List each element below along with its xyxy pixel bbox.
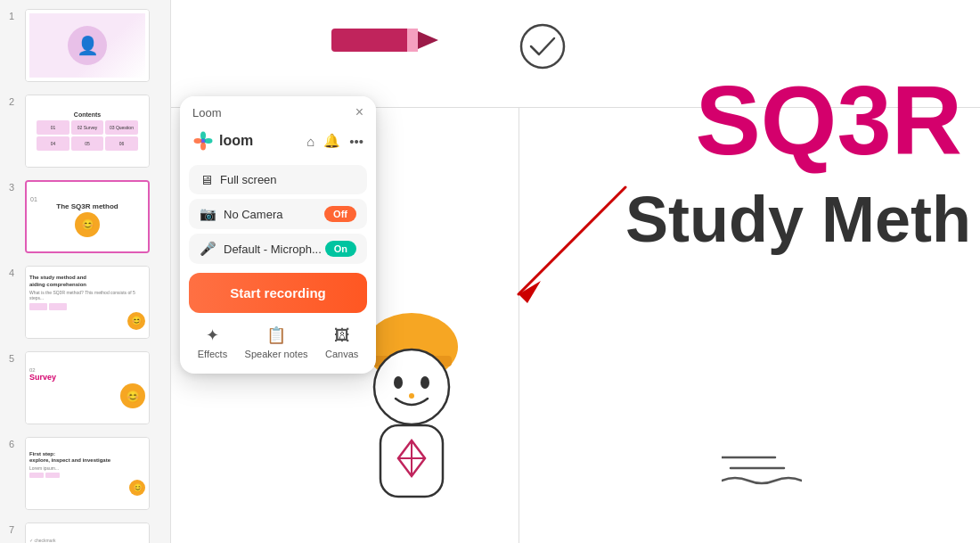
home-icon[interactable]: ⌂ bbox=[306, 134, 314, 149]
slide-line-v bbox=[519, 107, 519, 543]
slide-item-2[interactable]: 2 Contents 01 02 Survey 03 Question 04 0… bbox=[7, 91, 163, 171]
sq3r-heading: SQ3R bbox=[695, 71, 962, 169]
speaker-notes-label: Speaker notes bbox=[245, 349, 308, 359]
svg-point-8 bbox=[374, 350, 449, 424]
svg-point-19 bbox=[200, 132, 206, 140]
slide-thumb-1[interactable]: 👤 bbox=[25, 9, 150, 82]
check-circle-icon bbox=[519, 22, 563, 67]
slide-number-2: 2 bbox=[9, 96, 20, 107]
slide-item-5[interactable]: 5 02 Survey 😊 bbox=[7, 348, 163, 428]
slide-thumb-3[interactable]: 01 The SQ3R method 😊 bbox=[25, 180, 150, 253]
camera-toggle[interactable]: Off bbox=[324, 206, 356, 222]
study-method-text: Study Meth bbox=[625, 183, 971, 256]
slide-thumb-2[interactable]: Contents 01 02 Survey 03 Question 04 05 … bbox=[25, 95, 150, 168]
slide-item-7[interactable]: 7 ✓ checkmark 03 Question 😊 bbox=[7, 519, 163, 543]
slide-thumb-5[interactable]: 02 Survey 😊 bbox=[25, 351, 150, 424]
bell-icon[interactable]: 🔔 bbox=[323, 133, 340, 149]
popup-title: Loom bbox=[192, 106, 222, 119]
more-icon[interactable]: ••• bbox=[349, 134, 363, 149]
effects-tool[interactable]: ✦ Effects bbox=[198, 325, 227, 359]
loom-popup: Loom × loom ⌂ 🔔 bbox=[180, 96, 376, 374]
microphone-label: Default - Microph... bbox=[224, 243, 322, 256]
start-recording-button[interactable]: Start recording bbox=[189, 273, 367, 313]
pencil-icon bbox=[331, 18, 438, 66]
effects-label: Effects bbox=[198, 349, 227, 359]
canvas-icon: 🖼 bbox=[334, 326, 350, 345]
effects-icon: ✦ bbox=[206, 325, 219, 345]
slide-number-4: 4 bbox=[9, 267, 20, 278]
slide-item-6[interactable]: 6 First step:explore, inspect and invest… bbox=[7, 433, 163, 514]
slide-number-5: 5 bbox=[9, 353, 20, 364]
slide-thumb-7[interactable]: ✓ checkmark 03 Question 😊 bbox=[25, 522, 150, 543]
svg-point-10 bbox=[421, 376, 429, 389]
slide-item-4[interactable]: 4 The study method andaiding comprehensi… bbox=[7, 262, 163, 342]
svg-point-20 bbox=[200, 143, 206, 151]
microphone-icon: 🎤 bbox=[200, 241, 216, 257]
svg-point-11 bbox=[409, 393, 414, 399]
slide-number-1: 1 bbox=[9, 11, 20, 21]
no-camera-label: No Camera bbox=[224, 208, 282, 221]
monitor-icon: 🖥 bbox=[200, 172, 213, 187]
microphone-toggle[interactable]: On bbox=[325, 241, 356, 257]
slide-item-1[interactable]: 1 👤 bbox=[7, 5, 163, 86]
fullscreen-option-left: 🖥 Full screen bbox=[200, 172, 277, 187]
speaker-notes-icon: 📋 bbox=[266, 325, 286, 345]
microphone-option[interactable]: 🎤 Default - Microph... On bbox=[189, 234, 367, 264]
svg-point-3 bbox=[521, 25, 564, 68]
slide-panel: 1 👤 2 Contents 01 02 Survey 03 Question … bbox=[0, 0, 171, 543]
presentation-area: SQ3R Study Meth bbox=[171, 0, 980, 543]
loom-logo: loom bbox=[192, 130, 253, 152]
camera-off-icon: 📷 bbox=[200, 206, 216, 222]
svg-line-4 bbox=[519, 187, 625, 294]
slide-item-3[interactable]: 3 01 The SQ3R method 😊 bbox=[7, 177, 163, 257]
slide-number-7: 7 bbox=[9, 524, 20, 535]
canvas-label: Canvas bbox=[325, 349, 358, 359]
no-camera-option[interactable]: 📷 No Camera Off bbox=[189, 199, 367, 229]
slide-thumb-6[interactable]: First step:explore, inspect and investig… bbox=[25, 437, 150, 510]
slide-thumb-4[interactable]: The study method andaiding comprehension… bbox=[25, 266, 150, 339]
svg-rect-0 bbox=[331, 29, 412, 52]
loom-logo-text: loom bbox=[219, 133, 253, 149]
svg-point-22 bbox=[205, 138, 213, 144]
header-icons: ⌂ 🔔 ••• bbox=[306, 133, 363, 149]
canvas-tool[interactable]: 🖼 Canvas bbox=[325, 326, 358, 359]
decorative-lines bbox=[722, 450, 802, 490]
slide-number-6: 6 bbox=[9, 439, 20, 449]
slide-number-3: 3 bbox=[9, 182, 20, 193]
loom-header: loom ⌂ 🔔 ••• bbox=[180, 125, 376, 160]
popup-tools: ✦ Effects 📋 Speaker notes 🖼 Canvas bbox=[180, 313, 376, 359]
fullscreen-label: Full screen bbox=[220, 173, 277, 186]
svg-rect-2 bbox=[407, 29, 418, 52]
svg-point-9 bbox=[394, 376, 403, 389]
speaker-notes-tool[interactable]: 📋 Speaker notes bbox=[245, 325, 308, 359]
svg-point-21 bbox=[194, 138, 202, 144]
close-button[interactable]: × bbox=[355, 105, 363, 119]
loom-logo-icon bbox=[192, 130, 214, 152]
microphone-option-left: 🎤 Default - Microph... bbox=[200, 241, 322, 257]
popup-titlebar: Loom × bbox=[180, 96, 376, 125]
no-camera-option-left: 📷 No Camera bbox=[200, 206, 282, 222]
fullscreen-option[interactable]: 🖥 Full screen bbox=[189, 165, 367, 194]
